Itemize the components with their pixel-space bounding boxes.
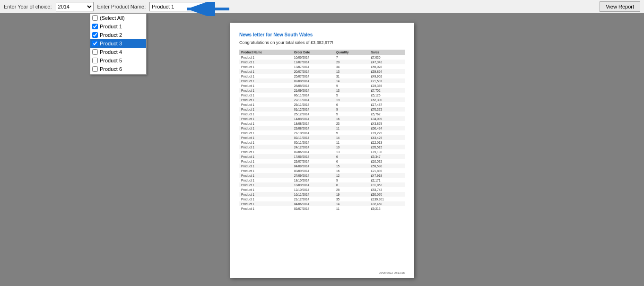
table-row: Product 116/11/201419£30,070 — [239, 192, 405, 197]
table-cell-r22-c3: £10,532 — [369, 159, 405, 164]
dropdown-item-product-6[interactable]: Product 6 — [90, 65, 146, 73]
dropdown-item-product-2[interactable]: Product 2 — [90, 31, 146, 39]
dropdown-item-product-1[interactable]: Product 1 — [90, 22, 146, 31]
table-cell-r18-c3: £12,013 — [369, 140, 405, 145]
dropdown-item-product-7[interactable]: Product 7 — [90, 73, 146, 75]
table-cell-r31-c2: 14 — [334, 201, 369, 206]
table-cell-r25-c3: £47,918 — [369, 173, 405, 178]
table-cell-r21-c2: 6 — [334, 154, 369, 159]
table-cell-r4-c3: £49,902 — [369, 74, 405, 78]
table-cell-r29-c1: 16/11/2014 — [292, 192, 334, 197]
table-cell-r10-c1: 29/11/2014 — [292, 102, 334, 107]
table-row: Product 102/07/201411£9,213 — [239, 206, 405, 211]
table-cell-r10-c3: £17,487 — [369, 102, 405, 107]
table-cell-r12-c0: Product 1 — [239, 112, 292, 116]
table-cell-r23-c2: 15 — [334, 164, 369, 168]
table-header-row: Product NameOrder DateQuantitySales — [239, 50, 405, 55]
table-row: Product 106/11/20145£5,126 — [239, 93, 405, 97]
checkbox-product-3[interactable] — [92, 41, 98, 46]
checkbox-product-1[interactable] — [92, 24, 98, 29]
table-cell-r5-c2: 14 — [334, 78, 369, 83]
table-cell-r8-c2: 5 — [334, 93, 369, 97]
table-cell-r14-c1: 18/08/2014 — [292, 121, 334, 126]
table-cell-r6-c3: £19,369 — [369, 83, 405, 88]
table-cell-r8-c3: £5,126 — [369, 93, 405, 97]
table-cell-r11-c1: 01/12/2014 — [292, 107, 334, 112]
checkbox-select-all[interactable] — [92, 15, 98, 21]
table-cell-r29-c3: £30,070 — [369, 192, 405, 197]
checkbox-product-4[interactable] — [92, 49, 98, 55]
table-cell-r30-c0: Product 1 — [239, 197, 292, 201]
table-cell-r25-c0: Product 1 — [239, 173, 292, 178]
table-row: Product 125/12/20145£5,762 — [239, 112, 405, 116]
table-row: Product 120/07/201413£39,864 — [239, 69, 405, 74]
table-cell-r7-c2: 13 — [334, 88, 369, 93]
dropdown-item-label-product-1: Product 1 — [100, 24, 122, 29]
table-cell-r20-c0: Product 1 — [239, 149, 292, 154]
table-cell-r11-c2: 9 — [334, 107, 369, 112]
table-cell-r22-c2: 6 — [334, 159, 369, 164]
table-cell-r0-c1: 10/06/2014 — [292, 55, 334, 60]
table-cell-r23-c0: Product 1 — [239, 164, 292, 168]
table-header-product-name: Product Name — [239, 50, 292, 55]
table-cell-r28-c2: 28 — [334, 187, 369, 192]
table-cell-r2-c1: 13/07/2014 — [292, 64, 334, 69]
table-cell-r10-c0: Product 1 — [239, 102, 292, 107]
table-cell-r15-c2: 11 — [334, 126, 369, 130]
table-cell-r7-c0: Product 1 — [239, 88, 292, 93]
year-select[interactable]: 2014 2013 2015 2016 — [56, 2, 94, 11]
table-cell-r11-c0: Product 1 — [239, 107, 292, 112]
table-cell-r0-c2: 7 — [334, 55, 369, 60]
table-cell-r22-c1: 22/07/2014 — [292, 159, 334, 164]
table-cell-r6-c0: Product 1 — [239, 83, 292, 88]
table-cell-r29-c2: 19 — [334, 192, 369, 197]
table-cell-r31-c3: £82,460 — [369, 201, 405, 206]
table-cell-r23-c3: £59,580 — [369, 164, 405, 168]
dropdown-item-product-3[interactable]: Product 3 — [90, 39, 146, 48]
checkbox-product-6[interactable] — [92, 66, 98, 72]
table-cell-r25-c1: 27/09/2014 — [292, 173, 334, 178]
toolbar: Enter Year of choice: 2014 2013 2015 201… — [0, 0, 644, 13]
table-row: Product 129/11/20146£17,487 — [239, 102, 405, 107]
table-cell-r15-c3: £60,434 — [369, 126, 405, 130]
table-cell-r26-c2: 9 — [334, 178, 369, 182]
dropdown-item-label-product-3: Product 3 — [100, 41, 122, 46]
table-cell-r12-c3: £5,762 — [369, 112, 405, 116]
table-cell-r3-c3: £39,864 — [369, 69, 405, 74]
table-cell-r6-c1: 28/08/2014 — [292, 83, 334, 88]
table-cell-r2-c0: Product 1 — [239, 64, 292, 69]
table-cell-r2-c2: 34 — [334, 64, 369, 69]
table-cell-r32-c1: 02/07/2014 — [292, 206, 334, 211]
dropdown-item-select-all[interactable]: (Select All) — [90, 14, 146, 22]
table-row: Product 113/07/201434£55,028 — [239, 64, 405, 69]
report-table-header: Product NameOrder DateQuantitySales — [239, 50, 405, 55]
dropdown-item-label-product-5: Product 5 — [100, 58, 122, 63]
table-header-sales: Sales — [369, 50, 405, 55]
table-cell-r3-c1: 20/07/2014 — [292, 69, 334, 74]
table-cell-r6-c2: 9 — [334, 83, 369, 88]
table-cell-r26-c1: 18/10/2014 — [292, 178, 334, 182]
table-row: Product 127/09/201412£47,918 — [239, 173, 405, 178]
table-cell-r7-c1: 21/09/2014 — [292, 88, 334, 93]
table-row: Product 121/09/201413£7,752 — [239, 88, 405, 93]
table-cell-r13-c1: 14/08/2014 — [292, 116, 334, 121]
checkbox-product-2[interactable] — [92, 32, 98, 38]
table-cell-r8-c0: Product 1 — [239, 93, 292, 97]
dropdown-item-product-5[interactable]: Product 5 — [90, 56, 146, 65]
table-cell-r27-c3: £31,852 — [369, 182, 405, 187]
table-row: Product 121/10/20145£19,229 — [239, 130, 405, 135]
table-row: Product 105/11/201411£12,013 — [239, 140, 405, 145]
table-row: Product 122/11/201419£62,390 — [239, 97, 405, 102]
table-cell-r29-c0: Product 1 — [239, 192, 292, 197]
table-cell-r3-c0: Product 1 — [239, 69, 292, 74]
table-cell-r5-c1: 02/08/2014 — [292, 78, 334, 83]
dropdown-item-label-product-4: Product 4 — [100, 49, 122, 55]
table-cell-r27-c2: 8 — [334, 182, 369, 187]
view-report-button[interactable]: View Report — [600, 1, 640, 12]
table-cell-r1-c1: 12/07/2014 — [292, 60, 334, 64]
table-row: Product 122/08/201411£60,434 — [239, 126, 405, 130]
table-cell-r28-c0: Product 1 — [239, 187, 292, 192]
checkbox-product-5[interactable] — [92, 58, 98, 63]
table-row: Product 118/09/20148£31,852 — [239, 182, 405, 187]
dropdown-item-product-4[interactable]: Product 4 — [90, 48, 146, 56]
